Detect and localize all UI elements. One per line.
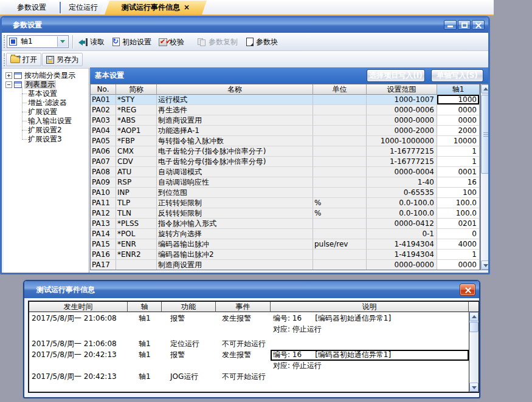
arrow-up-icon — [472, 315, 477, 318]
toolbar-grip — [4, 35, 5, 48]
tab-test-run-event-info[interactable]: 测试运行事件信息× — [105, 1, 207, 15]
param-row-PA11[interactable]: PA11TLP正转转矩限制%0.0-100.0100.0 — [91, 198, 480, 208]
cell-no: PA13 — [91, 219, 116, 229]
axis1-value-cell[interactable]: 2000 — [437, 126, 480, 136]
param-row-PA15[interactable]: PA15*ENR编码器输出脉冲pulse/rev1-41943044000 — [91, 239, 480, 250]
cell-event: 发生报警 — [216, 350, 271, 361]
param-row-PA02[interactable]: PA02*REG再生选件0000-00060000 — [91, 105, 480, 115]
col-occurrence-time: 发生时间 — [29, 302, 128, 312]
param-row-PA05[interactable]: PA05*FBP每转指令输入脉冲数1000-100000010000 — [91, 136, 480, 146]
axis1-value-cell[interactable]: 0201 — [437, 219, 480, 229]
maximize-button[interactable] — [458, 20, 471, 30]
cell-unit: pulse/rev — [313, 239, 367, 250]
cell-time: 2017/5/8/周一 20:42:13 — [29, 372, 128, 383]
write-single-axis-button[interactable]: 单轴写入(S) — [431, 69, 483, 82]
tree-item-5[interactable]: 扩展设置3 — [4, 135, 89, 144]
event-row-3[interactable]: 2017/5/8/周一 20:42:13轴1JOG运行不可开始运行 — [29, 372, 469, 383]
tree-root-by-function[interactable]: 按功能分类显示 — [4, 71, 89, 80]
col-unit: 单位 — [313, 84, 367, 95]
param-row-PA04[interactable]: PA04*AOP1功能选择A-10000-20002000 — [91, 126, 480, 136]
dialog-close-button[interactable] — [460, 284, 475, 296]
axis1-value-cell[interactable]: 1000 — [437, 95, 480, 105]
save-as-icon — [46, 56, 54, 64]
cell-name: 运行模式 — [157, 95, 313, 105]
close-button[interactable] — [472, 20, 485, 30]
open-folder-icon: ➔ — [10, 56, 20, 63]
tree-root-list-view[interactable]: 列表显示 — [4, 80, 89, 89]
param-row-PA10[interactable]: PA10INP到位范围0-65535100 — [91, 188, 480, 198]
axis1-value-cell[interactable]: 100.0 — [437, 208, 480, 219]
cell-unit — [313, 260, 367, 270]
event-row-0[interactable]: 2017/5/8/周一 21:06:08轴1报警发生报警编号: 16[编码器初始… — [29, 313, 469, 324]
minimize-icon — [447, 26, 453, 27]
param-row-PA13[interactable]: PA13*PLSS指令脉冲输入形式0000-04120201 — [91, 219, 480, 229]
axis1-value-cell[interactable]: 0000 — [437, 260, 480, 270]
axis1-value-cell[interactable]: 100.0 — [437, 198, 480, 208]
param-row-PA14[interactable]: PA14*POL旋转方向选择0-10 — [91, 229, 480, 239]
collapse-minus-icon[interactable] — [5, 81, 12, 88]
param-row-PA12[interactable]: PA12TLN反转转矩限制%0.0-100.0100.0 — [91, 208, 480, 219]
toolbar-grip — [4, 53, 5, 66]
scrollbar-thumb[interactable] — [469, 322, 478, 332]
minimize-button[interactable] — [444, 20, 457, 30]
cell-no: PA10 — [91, 188, 116, 198]
param-row-PA17[interactable]: PA17制造商设置用0000-00000000 — [91, 260, 480, 270]
cell-description[interactable]: 编号: 16[编码器初始通信异常1] — [271, 350, 469, 361]
cell-unit — [313, 229, 367, 239]
dialog-vertical-scrollbar[interactable] — [469, 312, 478, 392]
param-row-PA06[interactable]: PA06CMX电子齿轮分子(指令脉冲倍率分子)1-167772151 — [91, 146, 480, 157]
axis1-value-cell[interactable]: 0000 — [437, 105, 480, 115]
param-row-PA07[interactable]: PA07CDV电子齿轮分母(指令脉冲倍率分母)1-167772151 — [91, 157, 480, 167]
arrow-down-icon — [483, 264, 488, 267]
axis1-value-cell[interactable]: 16 — [437, 177, 480, 188]
description-action: 对应: 停止运行 — [271, 324, 469, 335]
event-row-1[interactable]: 2017/5/8/周一 21:06:08轴1定位运行不可开始运行 — [29, 339, 469, 350]
tree-item-3[interactable]: 输入输出设置 — [4, 117, 89, 126]
save-as-button[interactable]: 另存为 — [42, 53, 83, 66]
param-row-PA03[interactable]: PA03*ABS制造商设置用0000-00000000 — [91, 115, 480, 126]
axis1-value-cell[interactable]: 1 — [437, 250, 480, 260]
scroll-up-button[interactable] — [469, 312, 478, 321]
cell-name: 制造商设置用 — [157, 260, 313, 270]
tree-item-0[interactable]: 基本设置 — [4, 89, 89, 98]
event-row-2-action: 对应: 停止运行 — [29, 361, 469, 372]
cell-name: 编码器输出脉冲2 — [157, 250, 313, 260]
description-detail: [编码器初始通信异常1] — [315, 313, 391, 324]
initial-setup-button[interactable]: ↻ 初始设置 — [110, 35, 154, 49]
param-row-PA09[interactable]: PA09RSP自动调谐响应性1-4016 — [91, 177, 480, 188]
axis1-value-cell[interactable]: 1 — [437, 146, 480, 157]
combo-dropdown-button[interactable] — [57, 36, 67, 47]
scroll-down-button[interactable] — [481, 261, 490, 270]
dialog-title: 测试运行事件信息 — [36, 285, 95, 294]
table-vertical-scrollbar[interactable] — [480, 84, 490, 270]
param-block-button[interactable]: 参数块 — [244, 35, 280, 49]
tree-item-2[interactable]: 扩展设置 — [4, 107, 89, 117]
write-selected-items-button[interactable]: 选择项目写入(I) — [367, 69, 425, 82]
tab-positioning-run[interactable]: 定位运行 — [62, 1, 105, 15]
axis1-value-cell[interactable]: 100 — [437, 188, 480, 198]
axis1-value-cell[interactable]: 10000 — [437, 136, 480, 146]
param-row-PA16[interactable]: PA16*ENR2编码器输出脉冲21-41943041 — [91, 250, 480, 260]
tree-item-1[interactable]: 增益·滤波器 — [4, 98, 89, 107]
tab-close-icon[interactable]: × — [184, 1, 190, 15]
axis1-value-cell[interactable]: 1 — [437, 157, 480, 167]
dialog-body: 发生时间轴功能事件说明 2017/5/8/周一 21:06:08轴1报警发生报警… — [26, 298, 477, 395]
scroll-down-button[interactable] — [469, 383, 478, 392]
axis1-value-cell[interactable]: 0001 — [437, 167, 480, 177]
expand-plus-icon[interactable] — [5, 72, 12, 79]
axis1-value-cell[interactable]: 0 — [437, 229, 480, 239]
verify-button[interactable]: ✔✔ 校验 — [156, 35, 187, 49]
tab-param-settings[interactable]: 参数设置 — [5, 1, 58, 15]
read-button[interactable]: 读取 — [76, 35, 107, 49]
cell-no: PA09 — [91, 177, 116, 188]
scroll-up-button[interactable] — [481, 84, 490, 94]
scrollbar-thumb[interactable] — [481, 95, 490, 174]
param-row-PA08[interactable]: PA08ATU自动调谐模式0000-00040001 — [91, 167, 480, 177]
event-row-2[interactable]: 2017/5/8/周一 20:42:13轴1报警发生报警编号: 16[编码器初始… — [29, 350, 469, 361]
param-row-PA01[interactable]: PA01*STY运行模式1000-10071000 — [91, 95, 480, 105]
axis-select-combobox[interactable]: 轴1 — [7, 35, 69, 48]
axis1-value-cell[interactable]: 0000 — [437, 115, 480, 126]
axis1-value-cell[interactable]: 4000 — [437, 239, 480, 250]
tree-item-4[interactable]: 扩展设置2 — [4, 126, 89, 135]
open-button[interactable]: ➔ 打开 — [6, 53, 41, 66]
